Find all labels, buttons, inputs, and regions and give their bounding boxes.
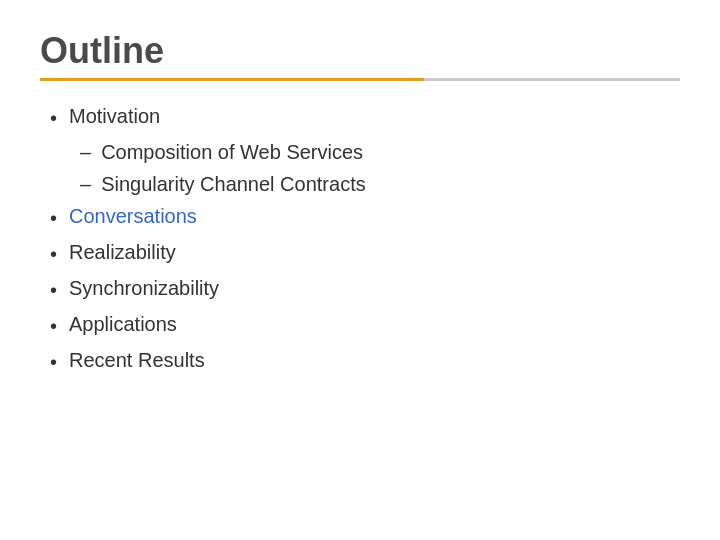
bullet-text: Applications	[69, 309, 177, 339]
list-item: • Realizability	[50, 237, 680, 269]
bullet-dot: •	[50, 239, 57, 269]
bullet-dot: •	[50, 203, 57, 233]
list-item: • Recent Results	[50, 345, 680, 377]
list-item: – Composition of Web Services	[80, 137, 680, 167]
sub-item-text: Singularity Channel Contracts	[101, 169, 366, 199]
sub-dash: –	[80, 169, 91, 199]
content-area: • Motivation – Composition of Web Servic…	[40, 101, 680, 377]
bullet-group-motivation: • Motivation – Composition of Web Servic…	[50, 101, 680, 199]
sub-dash: –	[80, 137, 91, 167]
bullet-dot: •	[50, 103, 57, 133]
bullet-text: Synchronizability	[69, 273, 219, 303]
list-item: – Singularity Channel Contracts	[80, 169, 680, 199]
bullet-dot: •	[50, 347, 57, 377]
slide: Outline • Motivation – Composition of We…	[0, 0, 720, 540]
sub-item-text: Composition of Web Services	[101, 137, 363, 167]
bullet-text: Motivation	[69, 101, 160, 131]
bullet-text: Recent Results	[69, 345, 205, 375]
bullet-text: Realizability	[69, 237, 176, 267]
title-section: Outline	[40, 30, 680, 81]
list-item: • Motivation	[50, 101, 680, 133]
bullet-dot: •	[50, 311, 57, 341]
title-underline	[40, 78, 680, 81]
bullet-dot: •	[50, 275, 57, 305]
list-item: • Applications	[50, 309, 680, 341]
list-item: • Synchronizability	[50, 273, 680, 305]
bullet-text-highlighted: Conversations	[69, 201, 197, 231]
list-item: • Conversations	[50, 201, 680, 233]
slide-title: Outline	[40, 30, 680, 72]
